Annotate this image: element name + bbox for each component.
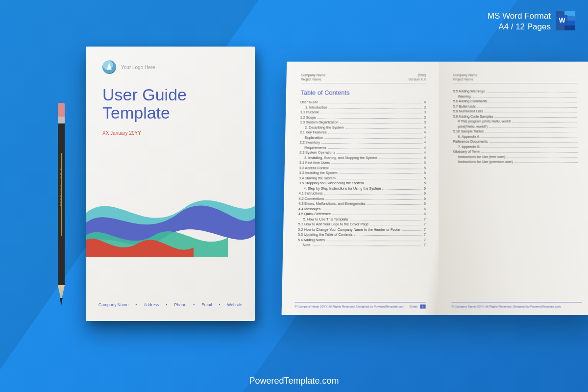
toc-entry: Instructions for Use (free user)	[453, 154, 579, 159]
hdr-company: Company Name	[301, 74, 325, 77]
toc-entry: Explanation4	[300, 135, 426, 140]
cover-footer-item: Website	[227, 302, 242, 307]
pencil-graphic: PENCILUS • HB 2	[58, 103, 65, 309]
toc-entry: 6. Appendix A	[453, 134, 579, 139]
wave-graphic	[86, 179, 255, 257]
page-number: 1	[420, 304, 426, 308]
toc-entry: 5.3 Updating the Table of Contents7	[298, 232, 426, 237]
toc-entry: User Guide0	[300, 100, 426, 104]
format-line1: MS Word Format	[488, 11, 551, 22]
toc-entry: 5.9 Adding Code Samples	[453, 114, 579, 119]
cover-footer-item: Phone	[174, 302, 187, 307]
cover-footer-item: Address	[144, 302, 159, 307]
toc-entry: 2. Describing the System4	[300, 125, 426, 129]
company-logo-icon	[102, 60, 116, 74]
hdr-title: [Title]	[418, 74, 426, 77]
footer-copyright: © Company Name 20YY. All Rights Reserved…	[451, 305, 561, 308]
toc-entry: 1.3 System Organization3	[300, 120, 426, 124]
toc-page-right: Company Name Project Name 5.5 Adding War…	[439, 62, 588, 315]
format-line2: A4 / 12 Pages	[488, 22, 551, 32]
toc-entry: # This program prints Hello, world!	[453, 119, 579, 123]
toc-entry: 3.5 Stopping and Suspending the System5	[299, 181, 426, 185]
toc-entry: 4.2 Conventions6	[298, 196, 426, 200]
format-badge: MS Word Format A4 / 12 Pages W	[488, 11, 575, 32]
toc-entry: 2.2 Inventory4	[300, 140, 426, 145]
toc-entry: 5.10 Sample Tables	[453, 129, 579, 134]
toc-heading: Table of Contents	[300, 89, 426, 97]
toc-entry: 5.1 How to Add Your Logo to the Cover Pa…	[298, 222, 425, 226]
toc-entry: 5.4 Adding Notes7	[298, 238, 426, 242]
toc-entry: Instructions for Use (premium user)	[453, 159, 579, 164]
toc-entry: 4.5 Quick-Reference6	[298, 212, 426, 216]
footer-date: [Date]	[410, 305, 417, 308]
cover-title: User Guide Template	[102, 86, 240, 122]
cover-footer-item: Company Name	[98, 302, 128, 307]
toc-entry: 1.1 Purpose3	[300, 110, 426, 114]
toc-entry: 7. Appendix B	[453, 144, 579, 148]
ms-word-icon: W	[556, 11, 575, 30]
hdr-project: Project Name	[301, 78, 321, 81]
toc-entry: 5.8 Numbered Lists	[453, 109, 579, 114]
toc-entry: Glossary of Term	[453, 149, 579, 154]
pencil-label: PENCILUS • HB 2	[60, 168, 63, 206]
cover-footer-item: Email	[201, 302, 212, 307]
toc-entry: 1. Introduction3	[300, 105, 426, 109]
toc-entry: 3.4 Starting the System5	[299, 176, 426, 180]
toc-entry: 4.1 Instructions6	[299, 191, 426, 196]
toc-entry: 5.6 Adding Comments	[453, 99, 578, 103]
toc-entry: 4.4 Messages6	[298, 206, 426, 211]
page-footer-left: © Company Name 20YY. All Rights Reserved…	[294, 302, 425, 308]
cover-footer-links: Company Name•Address•Phone•Email•Website	[86, 302, 255, 307]
toc-entry: 4. Step-by-Step Instructions for Using t…	[299, 186, 426, 191]
toc-entry: 5.7 Bullet Lists	[453, 104, 578, 108]
toc-entry: 3.3 Installing the System5	[299, 171, 426, 175]
cover-date: XX January 20YY	[102, 130, 240, 136]
toc-entry: 1.2 Scope3	[300, 115, 426, 120]
toc-entry: 5.2 How to Change Your Company Name in t…	[298, 227, 426, 231]
toc-entry: 2.3 System Operations4	[299, 150, 426, 155]
brand-watermark: PoweredTemplate.com	[0, 376, 588, 386]
open-book: Company Name [Title] Project Name Versio…	[282, 62, 588, 315]
toc-entry: 2.1 Key Features4	[300, 130, 426, 135]
logo-placeholder-text: Your Logo Here	[121, 65, 155, 70]
toc-page-left: Company Name [Title] Project Name Versio…	[282, 62, 439, 315]
toc-entry: 4.3 Errors, Malfunctions, and Emergencie…	[298, 201, 426, 206]
toc-entry: Reference Documents	[453, 139, 579, 144]
cover-booklet: Your Logo Here User Guide Template XX Ja…	[86, 47, 255, 321]
hdr-version: Version X.X	[408, 78, 426, 81]
toc-entry: 5. How to Use This Template7	[298, 217, 426, 221]
footer-copyright: © Company Name 20YY. All Rights Reserved…	[294, 305, 404, 308]
toc-entry: 3.1 First-time Users5	[299, 160, 426, 165]
toc-entry: Warning:	[453, 94, 578, 98]
hdr-company: Company Name	[453, 74, 477, 77]
toc-entry: 3. Installing, Starting, and Stopping th…	[299, 155, 426, 160]
toc-entry: 5.5 Adding Warnings	[453, 89, 578, 94]
hdr-project: Project Name	[453, 78, 473, 81]
toc-entry: 3.2 Access Control5	[299, 166, 426, 170]
toc-entry: Requirements4	[299, 145, 426, 149]
page-footer-right: © Company Name 20YY. All Rights Reserved…	[451, 302, 582, 308]
toc-entry: print('Hello, world!')	[453, 124, 579, 128]
toc-entry: Note:7	[298, 243, 426, 247]
